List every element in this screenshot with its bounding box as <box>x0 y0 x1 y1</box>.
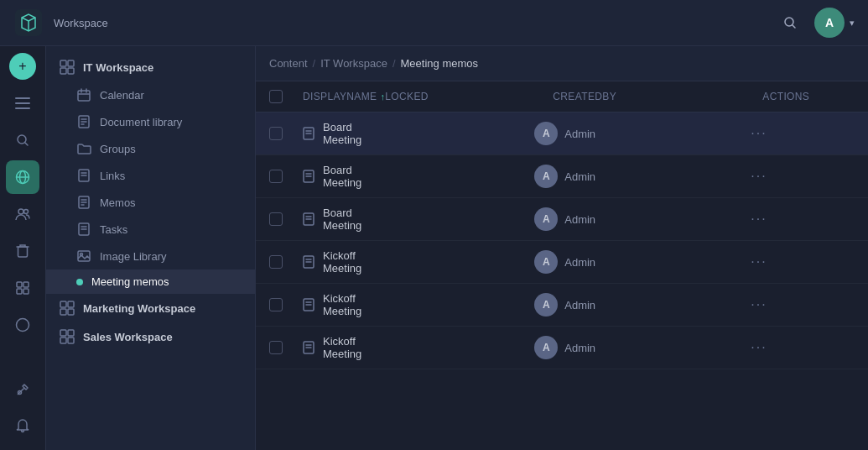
sidebar-label-tasks: Tasks <box>100 223 127 236</box>
sidebar-item-marketing-workspace[interactable]: Marketing Workspace <box>46 294 255 322</box>
sidebar-item-groups[interactable]: Groups <box>46 135 255 162</box>
col-display-name: DisplayName ↑ <box>303 91 385 102</box>
search-icon-button[interactable] <box>6 123 39 157</box>
avatar: A <box>534 207 558 231</box>
topbar-right: A ▾ <box>776 8 855 38</box>
svg-rect-13 <box>23 282 29 287</box>
sidebar-label-marketing-workspace: Marketing Workspace <box>83 302 195 315</box>
row-name: Board Meeting <box>303 207 366 232</box>
sidebar-item-tasks[interactable]: Tasks <box>46 216 255 243</box>
globe-icon-button[interactable] <box>6 160 39 194</box>
sidebar-item-document-library[interactable]: Document library <box>46 108 255 135</box>
actions-cell: ··· <box>744 123 868 144</box>
checkbox-header <box>269 90 303 103</box>
svg-rect-34 <box>68 330 74 336</box>
modules-icon-button[interactable] <box>6 271 39 305</box>
breadcrumb-it-workspace[interactable]: IT Workspace <box>320 57 387 70</box>
creator-name: Admin <box>564 342 595 354</box>
tasks-icon <box>76 222 91 237</box>
workspace-icon <box>60 60 75 75</box>
created-by-cell: A Admin <box>534 165 744 188</box>
document-icon <box>76 114 91 129</box>
sidebar-label-it-workspace: IT Workspace <box>83 61 153 74</box>
sidebar-label-document-library: Document library <box>100 116 182 128</box>
sidebar-item-image-library[interactable]: Image Library <box>46 243 255 269</box>
table-container: DisplayName ↑ Locked CreatedBy Actions B… <box>256 81 868 450</box>
search-button[interactable] <box>776 8 804 37</box>
more-actions-button[interactable]: ··· <box>744 165 773 187</box>
row-checkbox[interactable] <box>269 255 283 269</box>
table-row[interactable]: Board Meeting A Admin ··· <box>256 112 868 155</box>
svg-rect-19 <box>68 60 74 66</box>
row-name: Kickoff Meeting <box>303 292 366 317</box>
row-checkbox[interactable] <box>269 170 283 183</box>
svg-rect-29 <box>60 301 66 307</box>
svg-rect-20 <box>60 68 66 74</box>
more-actions-button[interactable]: ··· <box>744 294 773 316</box>
table-header: DisplayName ↑ Locked CreatedBy Actions <box>256 81 868 112</box>
sidebar-label-meeting-memos: Meeting memos <box>91 275 169 288</box>
row-checkbox[interactable] <box>269 341 283 354</box>
table-row[interactable]: Kickoff Meeting A Admin ··· <box>256 241 868 284</box>
avatar: A <box>534 250 558 274</box>
sidebar-item-sales-workspace[interactable]: Sales Workspace <box>46 322 255 351</box>
doc-row-icon <box>303 168 314 185</box>
sidebar-item-calendar[interactable]: Calendar <box>46 81 255 108</box>
avatar: A <box>534 122 558 145</box>
sidebar-item-meeting-memos[interactable]: Meeting memos <box>46 269 255 294</box>
avatar: A <box>814 8 845 38</box>
more-actions-button[interactable]: ··· <box>744 251 773 273</box>
table-row[interactable]: Board Meeting A Admin ··· <box>256 155 868 198</box>
col-actions: Actions <box>762 91 868 102</box>
doc-row-icon <box>303 339 314 356</box>
breadcrumb-sep-1: / <box>313 57 316 70</box>
menu-icon-button[interactable] <box>6 86 39 120</box>
chevron-down-icon: ▾ <box>850 18 855 29</box>
svg-rect-32 <box>68 309 74 315</box>
select-all-checkbox[interactable] <box>269 90 283 103</box>
more-actions-button[interactable]: ··· <box>744 208 773 230</box>
table-row[interactable]: Kickoff Meeting A Admin ··· <box>256 284 868 327</box>
more-actions-button[interactable]: ··· <box>744 123 773 144</box>
workspace-label: Workspace <box>54 17 108 29</box>
svg-rect-33 <box>60 330 66 336</box>
icon-sidebar: + <box>0 46 46 450</box>
created-by-cell: A Admin <box>534 250 744 274</box>
table-row[interactable]: Board Meeting A Admin ··· <box>256 198 868 241</box>
trash-icon-button[interactable] <box>6 234 39 268</box>
svg-rect-3 <box>15 102 30 104</box>
world-icon-button[interactable] <box>6 308 39 342</box>
sidebar-label-links: Links <box>100 170 125 182</box>
sidebar-label-groups: Groups <box>100 143 136 155</box>
add-button[interactable]: + <box>9 53 36 80</box>
tools-icon-button[interactable] <box>6 373 39 406</box>
active-dot-icon <box>76 279 83 285</box>
more-actions-button[interactable]: ··· <box>744 337 773 358</box>
sidebar-item-memos[interactable]: Memos <box>46 189 255 216</box>
svg-rect-36 <box>68 338 74 343</box>
folder-icon <box>76 141 91 156</box>
actions-cell: ··· <box>744 165 868 187</box>
created-by-cell: A Admin <box>534 207 744 231</box>
user-menu[interactable]: A ▾ <box>814 8 855 38</box>
svg-rect-31 <box>60 309 66 315</box>
row-checkbox[interactable] <box>269 212 283 226</box>
sidebar-item-it-workspace[interactable]: IT Workspace <box>46 53 255 81</box>
created-by-cell: A Admin <box>534 336 744 359</box>
created-by-cell: A Admin <box>534 293 744 317</box>
row-checkbox[interactable] <box>269 127 283 140</box>
breadcrumb: Content / IT Workspace / Meeting memos <box>256 46 868 81</box>
breadcrumb-content[interactable]: Content <box>269 57 308 70</box>
doc-row-icon <box>303 254 314 270</box>
creator-name: Admin <box>564 170 595 183</box>
svg-rect-35 <box>60 338 66 343</box>
sidebar-item-links[interactable]: Links <box>46 162 255 189</box>
table-row[interactable]: Kickoff Meeting A Admin ··· <box>256 327 868 369</box>
row-name: Kickoff Meeting <box>303 249 366 275</box>
people-icon-button[interactable] <box>6 197 39 231</box>
notifications-icon-button[interactable] <box>6 410 39 443</box>
topbar: Workspace A ▾ <box>0 0 868 46</box>
row-name: Kickoff Meeting <box>303 335 366 360</box>
row-checkbox[interactable] <box>269 298 283 311</box>
row-name: Board Meeting <box>303 121 366 146</box>
